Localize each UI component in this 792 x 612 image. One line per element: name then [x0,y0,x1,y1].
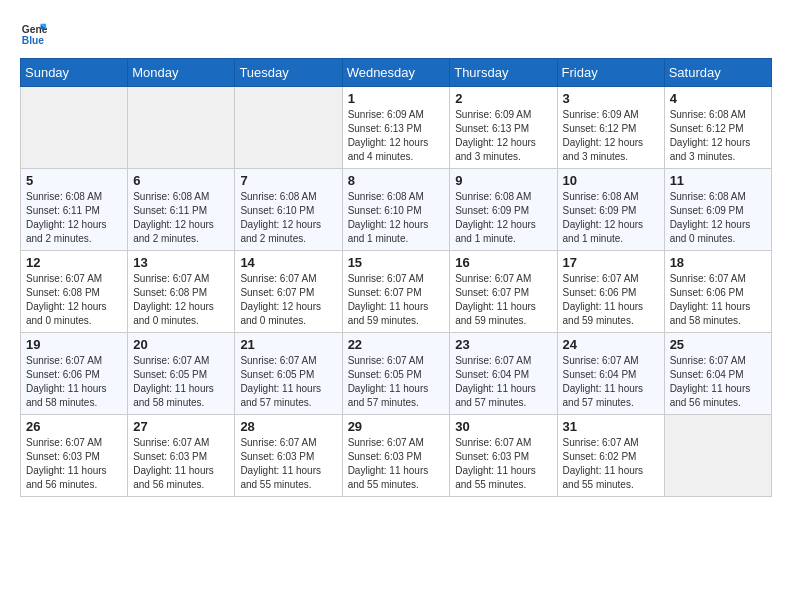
calendar-cell [235,87,342,169]
calendar-cell: 1Sunrise: 6:09 AM Sunset: 6:13 PM Daylig… [342,87,450,169]
cell-details: Sunrise: 6:08 AM Sunset: 6:11 PM Dayligh… [133,190,229,246]
calendar-week-row: 1Sunrise: 6:09 AM Sunset: 6:13 PM Daylig… [21,87,772,169]
calendar-cell: 16Sunrise: 6:07 AM Sunset: 6:07 PM Dayli… [450,251,557,333]
calendar-cell: 7Sunrise: 6:08 AM Sunset: 6:10 PM Daylig… [235,169,342,251]
calendar-cell: 11Sunrise: 6:08 AM Sunset: 6:09 PM Dayli… [664,169,771,251]
weekday-header: Friday [557,59,664,87]
day-number: 22 [348,337,445,352]
weekday-header-row: SundayMondayTuesdayWednesdayThursdayFrid… [21,59,772,87]
day-number: 21 [240,337,336,352]
cell-details: Sunrise: 6:07 AM Sunset: 6:04 PM Dayligh… [455,354,551,410]
cell-details: Sunrise: 6:07 AM Sunset: 6:03 PM Dayligh… [348,436,445,492]
day-number: 8 [348,173,445,188]
cell-details: Sunrise: 6:07 AM Sunset: 6:05 PM Dayligh… [240,354,336,410]
page-header: General Blue [20,20,772,48]
calendar-week-row: 26Sunrise: 6:07 AM Sunset: 6:03 PM Dayli… [21,415,772,497]
cell-details: Sunrise: 6:07 AM Sunset: 6:06 PM Dayligh… [26,354,122,410]
cell-details: Sunrise: 6:07 AM Sunset: 6:04 PM Dayligh… [563,354,659,410]
calendar-cell: 15Sunrise: 6:07 AM Sunset: 6:07 PM Dayli… [342,251,450,333]
calendar-cell: 31Sunrise: 6:07 AM Sunset: 6:02 PM Dayli… [557,415,664,497]
cell-details: Sunrise: 6:07 AM Sunset: 6:03 PM Dayligh… [455,436,551,492]
weekday-header: Saturday [664,59,771,87]
cell-details: Sunrise: 6:07 AM Sunset: 6:03 PM Dayligh… [133,436,229,492]
cell-details: Sunrise: 6:07 AM Sunset: 6:03 PM Dayligh… [240,436,336,492]
day-number: 26 [26,419,122,434]
day-number: 17 [563,255,659,270]
calendar-cell: 5Sunrise: 6:08 AM Sunset: 6:11 PM Daylig… [21,169,128,251]
day-number: 14 [240,255,336,270]
cell-details: Sunrise: 6:07 AM Sunset: 6:05 PM Dayligh… [348,354,445,410]
calendar-cell: 8Sunrise: 6:08 AM Sunset: 6:10 PM Daylig… [342,169,450,251]
calendar-cell: 24Sunrise: 6:07 AM Sunset: 6:04 PM Dayli… [557,333,664,415]
calendar-cell: 3Sunrise: 6:09 AM Sunset: 6:12 PM Daylig… [557,87,664,169]
cell-details: Sunrise: 6:08 AM Sunset: 6:09 PM Dayligh… [455,190,551,246]
day-number: 25 [670,337,766,352]
day-number: 4 [670,91,766,106]
day-number: 10 [563,173,659,188]
calendar-cell [21,87,128,169]
day-number: 2 [455,91,551,106]
cell-details: Sunrise: 6:08 AM Sunset: 6:10 PM Dayligh… [240,190,336,246]
day-number: 20 [133,337,229,352]
cell-details: Sunrise: 6:09 AM Sunset: 6:13 PM Dayligh… [348,108,445,164]
calendar-week-row: 5Sunrise: 6:08 AM Sunset: 6:11 PM Daylig… [21,169,772,251]
svg-text:Blue: Blue [22,35,45,46]
day-number: 18 [670,255,766,270]
weekday-header: Sunday [21,59,128,87]
cell-details: Sunrise: 6:07 AM Sunset: 6:08 PM Dayligh… [26,272,122,328]
day-number: 15 [348,255,445,270]
cell-details: Sunrise: 6:07 AM Sunset: 6:03 PM Dayligh… [26,436,122,492]
calendar-cell: 30Sunrise: 6:07 AM Sunset: 6:03 PM Dayli… [450,415,557,497]
calendar-cell: 10Sunrise: 6:08 AM Sunset: 6:09 PM Dayli… [557,169,664,251]
day-number: 29 [348,419,445,434]
calendar-cell: 20Sunrise: 6:07 AM Sunset: 6:05 PM Dayli… [128,333,235,415]
calendar-cell: 19Sunrise: 6:07 AM Sunset: 6:06 PM Dayli… [21,333,128,415]
cell-details: Sunrise: 6:07 AM Sunset: 6:07 PM Dayligh… [455,272,551,328]
calendar-cell: 26Sunrise: 6:07 AM Sunset: 6:03 PM Dayli… [21,415,128,497]
calendar-cell: 9Sunrise: 6:08 AM Sunset: 6:09 PM Daylig… [450,169,557,251]
cell-details: Sunrise: 6:07 AM Sunset: 6:05 PM Dayligh… [133,354,229,410]
day-number: 9 [455,173,551,188]
day-number: 28 [240,419,336,434]
day-number: 3 [563,91,659,106]
cell-details: Sunrise: 6:08 AM Sunset: 6:09 PM Dayligh… [563,190,659,246]
calendar-cell: 27Sunrise: 6:07 AM Sunset: 6:03 PM Dayli… [128,415,235,497]
calendar-cell: 4Sunrise: 6:08 AM Sunset: 6:12 PM Daylig… [664,87,771,169]
calendar-cell: 17Sunrise: 6:07 AM Sunset: 6:06 PM Dayli… [557,251,664,333]
day-number: 19 [26,337,122,352]
cell-details: Sunrise: 6:07 AM Sunset: 6:02 PM Dayligh… [563,436,659,492]
calendar-cell: 25Sunrise: 6:07 AM Sunset: 6:04 PM Dayli… [664,333,771,415]
logo-icon: General Blue [20,20,48,48]
day-number: 23 [455,337,551,352]
day-number: 31 [563,419,659,434]
cell-details: Sunrise: 6:09 AM Sunset: 6:12 PM Dayligh… [563,108,659,164]
calendar-cell: 12Sunrise: 6:07 AM Sunset: 6:08 PM Dayli… [21,251,128,333]
calendar-cell: 14Sunrise: 6:07 AM Sunset: 6:07 PM Dayli… [235,251,342,333]
cell-details: Sunrise: 6:08 AM Sunset: 6:10 PM Dayligh… [348,190,445,246]
day-number: 30 [455,419,551,434]
day-number: 1 [348,91,445,106]
weekday-header: Monday [128,59,235,87]
cell-details: Sunrise: 6:08 AM Sunset: 6:09 PM Dayligh… [670,190,766,246]
logo: General Blue [20,20,52,48]
day-number: 27 [133,419,229,434]
calendar-cell: 29Sunrise: 6:07 AM Sunset: 6:03 PM Dayli… [342,415,450,497]
weekday-header: Tuesday [235,59,342,87]
cell-details: Sunrise: 6:08 AM Sunset: 6:12 PM Dayligh… [670,108,766,164]
calendar-cell: 6Sunrise: 6:08 AM Sunset: 6:11 PM Daylig… [128,169,235,251]
calendar-cell: 2Sunrise: 6:09 AM Sunset: 6:13 PM Daylig… [450,87,557,169]
calendar-cell: 22Sunrise: 6:07 AM Sunset: 6:05 PM Dayli… [342,333,450,415]
calendar-cell [128,87,235,169]
day-number: 11 [670,173,766,188]
cell-details: Sunrise: 6:07 AM Sunset: 6:04 PM Dayligh… [670,354,766,410]
cell-details: Sunrise: 6:07 AM Sunset: 6:06 PM Dayligh… [670,272,766,328]
weekday-header: Thursday [450,59,557,87]
day-number: 5 [26,173,122,188]
cell-details: Sunrise: 6:08 AM Sunset: 6:11 PM Dayligh… [26,190,122,246]
calendar-cell [664,415,771,497]
day-number: 12 [26,255,122,270]
cell-details: Sunrise: 6:07 AM Sunset: 6:08 PM Dayligh… [133,272,229,328]
calendar-cell: 21Sunrise: 6:07 AM Sunset: 6:05 PM Dayli… [235,333,342,415]
day-number: 6 [133,173,229,188]
weekday-header: Wednesday [342,59,450,87]
